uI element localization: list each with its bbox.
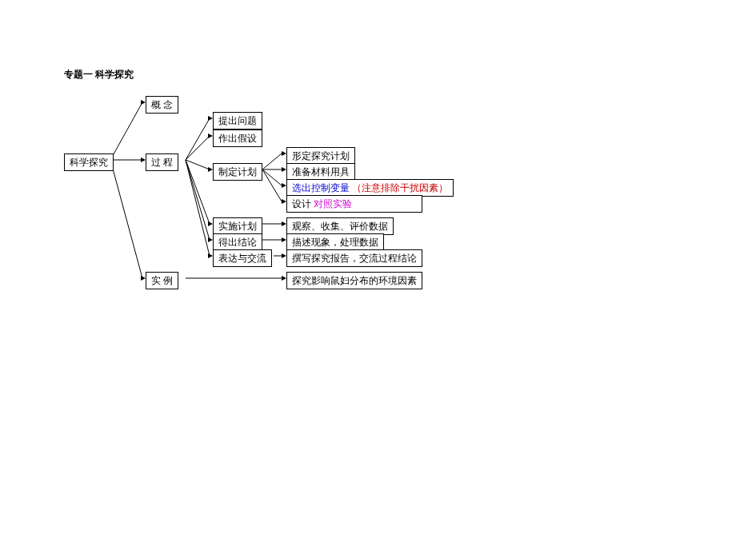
page-title: 专题一 科学探究 [64, 68, 134, 82]
arrow-icon [208, 253, 213, 258]
node-observe: 观察、收集、评价数据 [286, 217, 394, 235]
arrow-icon [208, 221, 213, 226]
svg-line-4 [186, 136, 210, 160]
node-example-item: 探究影响鼠妇分布的环境因素 [286, 272, 422, 289]
node-process: 过 程 [146, 153, 178, 171]
svg-line-8 [186, 160, 210, 256]
arrow-icon [282, 167, 286, 172]
arrow-icon [208, 116, 213, 121]
arrow-icon [282, 221, 286, 226]
svg-line-11 [262, 169, 282, 185]
node-example: 实 例 [146, 272, 178, 289]
node-step-hypothesis: 作出假设 [213, 130, 262, 147]
arrow-icon [282, 183, 286, 188]
arrow-icon [282, 276, 286, 281]
svg-line-0 [110, 102, 142, 160]
node-step-communicate: 表达与交流 [213, 249, 272, 267]
svg-line-7 [186, 160, 210, 240]
plan-design-contrast: 对照实验 [314, 198, 352, 209]
svg-line-2 [110, 160, 142, 278]
plan-variables-note: （注意排除干扰因素） [352, 182, 448, 193]
svg-line-5 [186, 160, 210, 169]
arrow-icon [282, 151, 286, 156]
node-concept: 概 念 [146, 96, 178, 114]
node-plan-materials: 准备材料用具 [286, 163, 355, 181]
arrow-icon [282, 199, 286, 204]
node-step-question: 提出问题 [213, 112, 262, 130]
node-step-conclude: 得出结论 [213, 233, 262, 251]
plan-variables-text: 选出控制变量 [292, 182, 350, 193]
svg-line-9 [262, 153, 282, 169]
plan-design-prefix: 设计 [292, 198, 311, 209]
arrow-icon [141, 276, 146, 281]
node-report: 撰写探究报告，交流过程结论 [286, 249, 422, 267]
node-plan-design: 设计 对照实验 [286, 195, 422, 213]
node-plan-define: 形定探究计划 [286, 147, 355, 165]
arrow-icon [141, 100, 146, 105]
node-root: 科学探究 [64, 153, 114, 171]
node-describe: 描述现象，处理数据 [286, 233, 384, 251]
svg-line-3 [186, 118, 210, 160]
svg-line-12 [262, 169, 282, 201]
arrow-icon [282, 237, 286, 242]
svg-line-6 [186, 160, 210, 224]
arrow-icon [208, 167, 213, 172]
node-plan-variables: 选出控制变量 （注意排除干扰因素） [286, 179, 454, 197]
arrow-icon [282, 253, 286, 258]
arrow-icon [208, 134, 213, 138]
arrow-icon [208, 237, 213, 242]
node-step-plan: 制定计划 [213, 163, 262, 181]
node-step-execute: 实施计划 [213, 217, 262, 235]
arrow-icon [141, 157, 146, 162]
